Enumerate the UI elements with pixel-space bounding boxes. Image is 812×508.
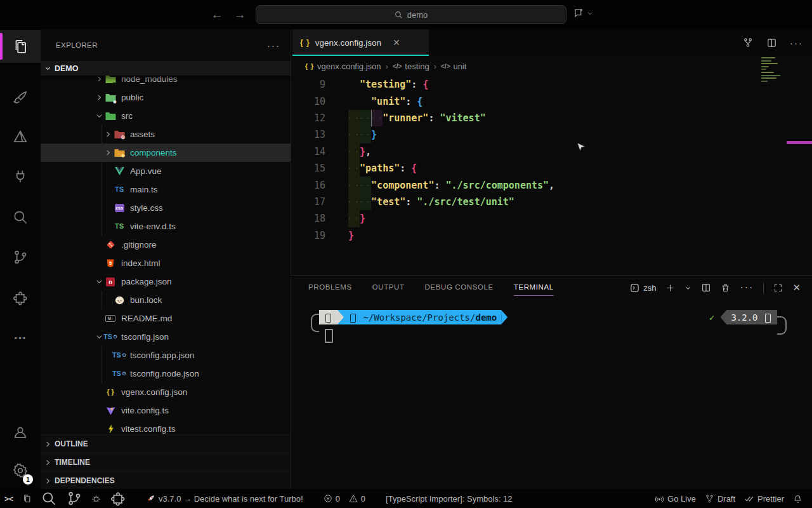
activity-item-search[interactable] bbox=[0, 201, 41, 234]
tree-item-src[interactable]: src bbox=[41, 107, 291, 125]
panel-more-actions-icon[interactable]: ··· bbox=[740, 282, 754, 293]
plug-icon bbox=[12, 168, 29, 185]
section-header-timeline[interactable]: TIMELINE bbox=[41, 453, 291, 471]
tree-item-public[interactable]: ◉public bbox=[41, 88, 291, 107]
maximize-panel-icon[interactable] bbox=[773, 283, 783, 293]
code-editor[interactable]: 9"testing": {10"unit": {12······"runner"… bbox=[291, 76, 812, 244]
tree-item-bun-lock[interactable]: bun.lock bbox=[41, 291, 291, 309]
activity-item-account[interactable] bbox=[0, 416, 41, 449]
activity-item-pyramid[interactable] bbox=[0, 121, 41, 154]
tree-item-vite-config-ts[interactable]: vite.config.ts bbox=[41, 401, 291, 420]
status-item-error[interactable]: 0 bbox=[319, 489, 344, 508]
status-item-rocket[interactable]: v3.7.0 → Decide what is next for Turbo! bbox=[142, 489, 308, 508]
breadcrumb: { }vgenx.config.json›</>testing›</>unit bbox=[291, 56, 812, 76]
panel-tab-problems[interactable]: PROBLEMS bbox=[308, 283, 352, 296]
status-item-debug[interactable] bbox=[87, 489, 105, 508]
code-line-19[interactable]: 19} bbox=[291, 227, 812, 244]
status-item-files[interactable] bbox=[18, 489, 36, 508]
code-line-18[interactable]: 18··} bbox=[291, 210, 812, 227]
section-header-dependencies[interactable]: DEPENDENCIES bbox=[41, 471, 291, 489]
status-item-remote[interactable]: >< bbox=[0, 489, 18, 508]
status-item-warning[interactable]: 0 bbox=[344, 489, 370, 508]
panel-tab-terminal[interactable]: TERMINAL bbox=[514, 283, 554, 296]
terminal-prompt: ~/Workspace/Projects/demo bbox=[319, 310, 508, 324]
code-line-12[interactable]: 12······"runner": "vitest" bbox=[291, 110, 812, 126]
indent: ·· bbox=[360, 194, 371, 210]
status-item-double-check[interactable]: Prettier bbox=[740, 489, 789, 508]
tree-item-tsconfig-node-json[interactable]: TS⚙tsconfig.node.json bbox=[41, 364, 291, 383]
close-panel-icon[interactable]: ✕ bbox=[792, 282, 801, 293]
activity-item-extensions[interactable] bbox=[0, 281, 41, 314]
tree-item-style-css[interactable]: cssstyle.css bbox=[41, 199, 291, 217]
tree-item-tsconfig-json[interactable]: TS⚙tsconfig.json bbox=[41, 328, 291, 346]
kill-terminal-trash-icon[interactable] bbox=[721, 283, 730, 293]
status-item-extensions[interactable] bbox=[105, 489, 131, 508]
breadcrumb-item[interactable]: </>testing bbox=[393, 62, 429, 71]
status-item-bell[interactable] bbox=[789, 489, 807, 508]
code-token: } bbox=[360, 146, 365, 157]
tree-item-vite-env-d-ts[interactable]: TSvite-env.d.ts bbox=[41, 217, 291, 236]
command-center-search[interactable]: demo bbox=[256, 5, 566, 24]
minimap[interactable] bbox=[761, 57, 784, 83]
status-item-source-control[interactable] bbox=[62, 489, 87, 508]
status-item-fork[interactable]: Draft bbox=[700, 489, 740, 508]
code-line-9[interactable]: 9"testing": { bbox=[291, 76, 812, 93]
line-number: 19 bbox=[291, 230, 325, 241]
code-line-10[interactable]: 10"unit": { bbox=[291, 93, 812, 109]
copilot-menu-button[interactable] bbox=[573, 7, 593, 19]
nav-forward-icon[interactable]: → bbox=[232, 7, 247, 22]
tree-item-package-json[interactable]: npackage.json bbox=[41, 272, 291, 291]
copilot-chat-icon bbox=[573, 7, 585, 19]
chevron-right-icon bbox=[103, 131, 113, 138]
breadcrumb-item[interactable]: </>unit bbox=[441, 62, 466, 71]
activity-item-brush[interactable] bbox=[0, 81, 41, 114]
source-control-graph-icon[interactable] bbox=[742, 37, 754, 48]
activity-item-explorer[interactable] bbox=[0, 30, 41, 63]
nav-back-icon[interactable]: ← bbox=[209, 7, 225, 22]
code-line-17[interactable]: 17····"test": "./src/test/unit" bbox=[291, 194, 812, 210]
terminal-output[interactable]: ~/Workspace/Projects/demo ✓ 3.2.0 bbox=[291, 306, 812, 484]
new-terminal-icon[interactable] bbox=[665, 283, 675, 293]
status-item--typescript-import[interactable]: [TypeScript Importer]: Symbols: 12 bbox=[381, 489, 516, 508]
panel-tab-output[interactable]: OUTPUT bbox=[372, 283, 405, 296]
section-header-demo[interactable]: DEMO bbox=[41, 61, 291, 76]
tree-item-assets[interactable]: ⚙assets bbox=[41, 125, 291, 144]
tree-item-index-html[interactable]: 5index.html bbox=[41, 254, 291, 272]
panel-tab-debug-console[interactable]: DEBUG CONSOLE bbox=[425, 283, 494, 296]
activity-item-more[interactable]: ··· bbox=[0, 321, 41, 354]
status-item-search[interactable] bbox=[36, 489, 62, 508]
launch-profile-chevron-icon[interactable] bbox=[684, 284, 691, 291]
tree-item-readme-md[interactable]: M↓README.md bbox=[41, 309, 291, 328]
tree-item-components[interactable]: ❖components bbox=[41, 144, 291, 162]
prompt-os-segment bbox=[319, 310, 337, 324]
explorer-more-actions-icon[interactable]: ··· bbox=[267, 40, 280, 51]
tab-close-icon[interactable]: ✕ bbox=[393, 37, 400, 48]
code-line-13[interactable]: 13····} bbox=[291, 126, 812, 143]
tree-item-app-vue[interactable]: App.vue bbox=[41, 162, 291, 180]
activity-item-plug[interactable] bbox=[0, 160, 41, 193]
section-header-outline[interactable]: OUTLINE bbox=[41, 434, 291, 453]
vue-icon bbox=[113, 167, 126, 175]
more-actions-icon[interactable]: ··· bbox=[790, 37, 803, 48]
code-line-14[interactable]: 14··}, bbox=[291, 144, 812, 160]
tree-item-vgenx-config-json[interactable]: { }vgenx.config.json bbox=[41, 383, 291, 401]
activity-item-settings[interactable]: 1 bbox=[0, 454, 41, 487]
breadcrumb-item[interactable]: { }vgenx.config.json bbox=[305, 62, 381, 71]
tree-item-main-ts[interactable]: TSmain.ts bbox=[41, 180, 291, 199]
terminal-shell-chip[interactable]: zsh bbox=[630, 283, 656, 293]
activity-item-source-control[interactable] bbox=[0, 241, 41, 274]
code-line-15[interactable]: 15··"paths": { bbox=[291, 160, 812, 177]
tree-item-tsconfig-app-json[interactable]: TS⚙tsconfig.app.json bbox=[41, 346, 291, 364]
tree-item--gitignore[interactable]: .gitignore bbox=[41, 236, 291, 254]
indent-guide bbox=[102, 144, 102, 162]
code-tag-icon: </> bbox=[393, 63, 402, 70]
code-line-16[interactable]: 16····"component": "./src/components", bbox=[291, 177, 812, 193]
split-terminal-icon[interactable] bbox=[701, 283, 711, 293]
code-token: , bbox=[549, 180, 554, 191]
status-item-broadcast[interactable]: Go Live bbox=[650, 489, 700, 508]
split-editor-icon[interactable] bbox=[766, 37, 777, 48]
status-check: ✓ bbox=[709, 312, 714, 323]
tab-vgenx-config-json[interactable]: { } vgenx.config.json ✕ bbox=[292, 29, 429, 56]
chevron-right-icon bbox=[44, 459, 51, 466]
settings-badge: 1 bbox=[23, 474, 33, 485]
